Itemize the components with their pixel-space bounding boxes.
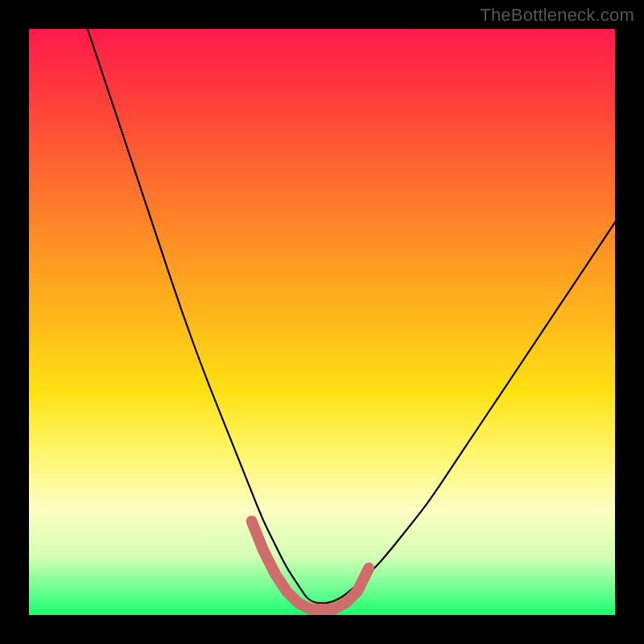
curve-svg — [29, 29, 615, 615]
plot-area — [29, 29, 615, 615]
bottleneck-curve-path — [88, 29, 615, 603]
watermark-text: TheBottleneck.com — [480, 5, 634, 26]
chart-frame: TheBottleneck.com — [0, 0, 644, 644]
